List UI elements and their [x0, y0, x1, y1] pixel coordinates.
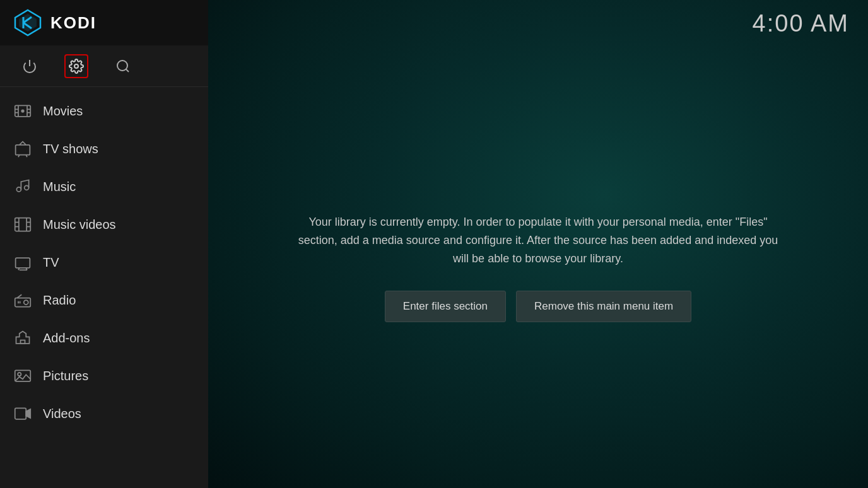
svg-rect-40 — [15, 408, 26, 419]
sidebar: KODI — [0, 0, 208, 488]
power-button[interactable] — [18, 54, 42, 78]
svg-rect-21 — [15, 218, 31, 231]
remove-menu-item-button[interactable]: Remove this main menu item — [516, 291, 691, 322]
content-area: Your library is currently empty. In orde… — [208, 47, 868, 488]
svg-point-34 — [24, 300, 28, 305]
tv-icon — [13, 252, 33, 272]
sidebar-item-tv-shows[interactable]: TV shows — [0, 130, 208, 168]
sidebar-item-add-ons[interactable]: Add-ons — [0, 319, 208, 357]
gear-icon — [69, 59, 84, 74]
sidebar-item-videos[interactable]: Videos — [0, 395, 208, 433]
enter-files-section-button[interactable]: Enter files section — [385, 291, 506, 322]
main-content: 4:00 AM Your library is currently empty.… — [208, 0, 868, 488]
kodi-logo-icon — [13, 8, 43, 38]
svg-point-16 — [21, 109, 24, 112]
action-buttons: Enter files section Remove this main men… — [385, 291, 691, 322]
sidebar-item-tv-shows-label: TV shows — [43, 142, 98, 156]
svg-rect-17 — [16, 145, 30, 155]
top-bar: 4:00 AM — [208, 0, 868, 47]
svg-marker-41 — [26, 409, 30, 418]
search-icon — [115, 59, 131, 74]
svg-point-7 — [117, 61, 127, 71]
svg-rect-37 — [21, 340, 25, 344]
nav-menu: Movies TV shows Music Music videos — [0, 87, 208, 488]
svg-point-39 — [18, 373, 21, 376]
sidebar-item-movies[interactable]: Movies — [0, 92, 208, 130]
sidebar-item-add-ons-label: Add-ons — [43, 331, 90, 346]
tv-shows-icon — [13, 139, 33, 159]
svg-point-6 — [74, 64, 78, 68]
power-icon — [22, 59, 37, 74]
sidebar-item-pictures-label: Pictures — [43, 369, 88, 383]
search-button[interactable] — [111, 54, 135, 78]
sidebar-item-radio-label: Radio — [43, 293, 76, 308]
movies-icon — [13, 101, 33, 121]
svg-marker-1 — [19, 14, 37, 32]
svg-line-8 — [126, 69, 129, 71]
radio-icon — [13, 290, 33, 310]
empty-library-message: Your library is currently empty. In orde… — [292, 213, 784, 267]
sidebar-item-music-videos-label: Music videos — [43, 218, 116, 232]
sidebar-item-music-label: Music — [43, 180, 76, 194]
clock-display: 4:00 AM — [753, 10, 849, 37]
svg-rect-28 — [16, 258, 30, 268]
sidebar-item-videos-label: Videos — [43, 407, 81, 421]
app-title: KODI — [50, 13, 97, 33]
sidebar-item-music-videos[interactable]: Music videos — [0, 206, 208, 243]
pictures-icon — [13, 366, 33, 386]
sidebar-item-radio[interactable]: Radio — [0, 281, 208, 319]
svg-point-20 — [25, 185, 29, 190]
sidebar-top-icons — [0, 45, 208, 87]
music-icon — [13, 177, 33, 197]
sidebar-item-movies-label: Movies — [43, 104, 83, 119]
sidebar-header: KODI — [0, 0, 208, 45]
sidebar-item-music[interactable]: Music — [0, 168, 208, 206]
videos-icon — [13, 404, 33, 424]
sidebar-item-tv[interactable]: TV — [0, 243, 208, 281]
add-ons-icon — [13, 328, 33, 348]
settings-button[interactable] — [64, 54, 88, 78]
sidebar-item-pictures[interactable]: Pictures — [0, 357, 208, 395]
music-videos-icon — [13, 214, 33, 235]
sidebar-item-tv-label: TV — [43, 255, 59, 270]
